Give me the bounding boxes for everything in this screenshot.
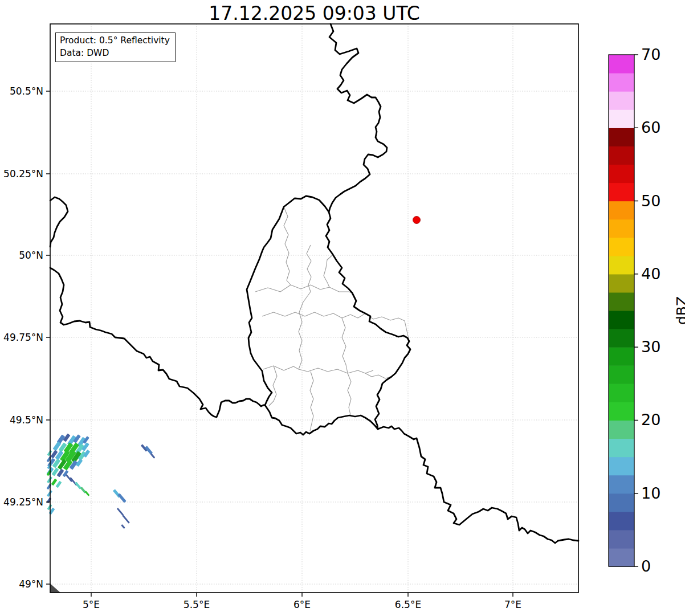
reflectivity-echo-cell: [122, 515, 130, 524]
reflectivity-echo-cell: [47, 490, 52, 497]
colorbar-segment: [609, 91, 634, 110]
longitude-tick-label: 5°E: [83, 599, 100, 610]
reflectivity-echo-cell: [47, 504, 52, 510]
latitude-tick-label: 49°N: [19, 578, 43, 590]
colorbar-segment: [609, 55, 634, 74]
country-border-path: [247, 196, 410, 435]
latitude-tick-label: 50.5°N: [10, 85, 43, 97]
longitude-tick-label: 7°E: [504, 599, 521, 610]
country-border-path: [329, 24, 387, 212]
canton-border-path: [324, 255, 332, 287]
reflectivity-echo-cell: [117, 508, 124, 516]
longitude-tick-label: 6.5°E: [395, 599, 421, 610]
map-figure-svg: 5°E5.5°E6°E6.5°E7°E50.5°N50.25°N50°N49.7…: [0, 0, 685, 616]
canton-border-path: [269, 366, 277, 406]
product-info-box: Product: 0.5° Reflectivity Data: DWD: [55, 32, 176, 62]
colorbar-segment: [609, 384, 634, 402]
map-frame: [50, 24, 578, 593]
colorbar-tick-label: 70: [641, 46, 660, 63]
canton-border-path: [310, 372, 313, 431]
latitude-tick-label: 49.75°N: [3, 332, 43, 343]
reflectivity-echo-cell: [85, 491, 90, 496]
colorbar-tick-label: 40: [641, 265, 660, 283]
colorbar-segment: [609, 219, 634, 238]
colorbar-segment: [609, 475, 634, 494]
colorbar-tick-label: 0: [641, 557, 651, 575]
reflectivity-echo-cell: [121, 524, 125, 529]
reflectivity-echo-cell: [150, 453, 156, 459]
data-source-line: Data: DWD: [60, 47, 170, 59]
colorbar-segment: [609, 73, 634, 92]
colorbar-segment: [609, 347, 634, 366]
colorbar-segment: [609, 530, 634, 549]
canton-border-path: [284, 207, 291, 285]
reflectivity-echo-cell: [46, 484, 51, 489]
colorbar-segment: [609, 201, 634, 220]
latitude-tick-label: 49.5°N: [10, 414, 43, 426]
colorbar-segment: [609, 274, 634, 293]
colorbar-segment: [609, 329, 634, 348]
country-border-path: [50, 268, 265, 417]
colorbar-segment: [609, 512, 634, 531]
colorbar-segment: [609, 256, 634, 275]
reflectivity-echo-cell: [47, 476, 52, 483]
canton-border-path: [299, 292, 311, 369]
country-border-path: [50, 197, 68, 247]
colorbar-segment: [609, 420, 634, 439]
canton-border-path: [348, 373, 351, 415]
longitude-tick-label: 5.5°E: [184, 599, 210, 610]
colorbar-segment: [609, 183, 634, 202]
colorbar-segment: [609, 311, 634, 329]
canton-border-path: [262, 312, 365, 318]
radar-figure: 17.12.2025 09:03 UTC Product: 0.5° Refle…: [0, 0, 685, 616]
product-info-line: Product: 0.5° Reflectivity: [60, 34, 170, 47]
colorbar-segment: [609, 146, 634, 165]
colorbar-segment: [609, 457, 634, 476]
reflectivity-echo-cell: [47, 450, 52, 456]
reflectivity-echo-cell: [117, 493, 126, 503]
colorbar-segment: [609, 292, 634, 311]
latitude-tick-label: 50°N: [19, 250, 43, 261]
latitude-tick-label: 49.25°N: [3, 496, 43, 508]
colorbar-segment: [609, 548, 634, 567]
canton-border-path: [263, 366, 373, 373]
canton-border-path: [365, 373, 392, 378]
radar-site-marker: [413, 217, 421, 224]
reflectivity-echo-cell: [51, 479, 58, 486]
canton-border-path: [255, 285, 352, 293]
longitude-tick-label: 6°E: [293, 599, 311, 610]
latitude-tick-label: 50.25°N: [3, 168, 43, 180]
border-corner-wedge: [50, 584, 60, 593]
colorbar-segment: [609, 128, 634, 146]
canton-border-path: [342, 318, 348, 373]
colorbar-segment: [609, 109, 634, 128]
colorbar-segment: [609, 439, 634, 458]
colorbar-tick-label: 10: [641, 484, 660, 502]
colorbar-segment: [609, 164, 634, 183]
colorbar-segment: [609, 402, 634, 421]
reflectivity-echo-cell: [56, 481, 62, 488]
colorbar-tick-label: 20: [641, 411, 660, 429]
colorbar-tick-label: 60: [641, 119, 660, 136]
colorbar-tick-label: 50: [641, 192, 660, 210]
colorbar-tick-label: 30: [641, 338, 660, 356]
colorbar-axis-label: dBZ: [674, 296, 685, 325]
colorbar-segment: [609, 238, 634, 256]
colorbar-segment: [609, 493, 634, 512]
colorbar-segment: [609, 365, 634, 384]
